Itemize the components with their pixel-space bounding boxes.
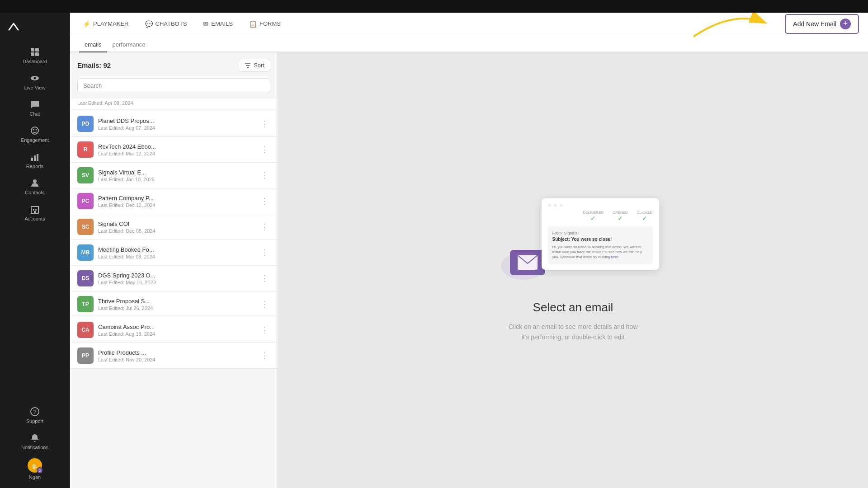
email-date: Last Edited: Aug 07, 2024 [98, 125, 254, 131]
grid-icon [30, 47, 40, 57]
content-area: ⚡ PLAYMAKER 💬 CHATBOTS ✉ EMAILS 📋 FORMS [70, 13, 868, 488]
search-input[interactable] [77, 78, 270, 93]
person-icon [30, 178, 40, 188]
email-list-panel: Emails: 92 Sort Last Edited [70, 52, 278, 488]
svg-rect-3 [35, 52, 39, 56]
email-preview: From: Signals Subject: You were so close… [548, 226, 653, 264]
building-icon [30, 204, 40, 214]
sidebar-item-label: Engagement [21, 137, 49, 143]
email-info: Profile Products ... Last Edited: Nov 20… [98, 349, 254, 362]
email-more-button[interactable]: ⋮ [259, 350, 270, 361]
email-date: Last Edited: Nov 20, 2024 [98, 357, 254, 362]
email-more-button[interactable]: ⋮ [259, 324, 270, 336]
email-date: Last Edited: May 16, 2023 [98, 280, 254, 285]
nav-playmaker[interactable]: ⚡ PLAYMAKER [79, 19, 132, 29]
user-name: Ngan [29, 474, 41, 480]
stat-panel: DELIVERED ✓ OPENED ✓ CLICKED ✓ [542, 198, 659, 270]
sidebar-item-chat[interactable]: Chat [0, 95, 70, 121]
svg-point-5 [34, 77, 36, 80]
email-item[interactable]: DS DGS Spring 2023 O... Last Edited: May… [70, 266, 278, 291]
nav-forms[interactable]: 📋 FORMS [245, 19, 284, 29]
email-name: Signals Virtual E... [98, 169, 254, 176]
sidebar-item-accounts[interactable]: Accounts [0, 200, 70, 226]
email-name: Pattern Company P... [98, 195, 254, 202]
email-avatar: MB [77, 244, 94, 261]
email-more-button[interactable]: ⋮ [259, 298, 270, 310]
sort-button[interactable]: Sort [239, 59, 270, 72]
tab-emails[interactable]: emails [79, 38, 107, 52]
email-avatar: PD [77, 116, 94, 132]
logo [0, 17, 70, 42]
email-name: Thrive Proposal S... [98, 298, 254, 305]
sort-label: Sort [254, 62, 264, 69]
email-more-button[interactable]: ⋮ [259, 169, 270, 181]
svg-rect-14 [33, 209, 34, 211]
email-item-partial[interactable]: Last Edited: Apr 09, 2024 [70, 99, 278, 111]
email-item[interactable]: SC Signals COI Last Edited: Dec 05, 2024… [70, 214, 278, 240]
arrow-annotation [680, 13, 779, 41]
bell-icon [30, 433, 40, 443]
eye-icon [30, 73, 40, 83]
email-avatar: PC [77, 193, 94, 209]
email-date: Last Edited: Mar 12, 2024 [98, 151, 254, 156]
sidebar-item-reports[interactable]: Reports [0, 147, 70, 174]
sidebar-item-dashboard[interactable]: Dashboard [0, 42, 70, 69]
sort-icon [245, 62, 251, 69]
sidebar-item-contacts[interactable]: Contacts [0, 174, 70, 200]
add-new-email-button[interactable]: Add New Email + [785, 14, 859, 34]
email-subject: Subject: You were so close! [552, 237, 648, 242]
sidebar-item-support[interactable]: ? Support [0, 402, 70, 428]
svg-rect-1 [35, 48, 39, 52]
svg-point-6 [31, 127, 38, 134]
email-items-list: PD Planet DDS Propos... Last Edited: Aug… [70, 111, 278, 488]
email-more-button[interactable]: ⋮ [259, 221, 270, 233]
email-item[interactable]: TP Thrive Proposal S... Last Edited: Jul… [70, 291, 278, 317]
email-avatar: R [77, 141, 94, 158]
add-new-label: Add New Email [793, 20, 836, 28]
email-list-header: Emails: 92 Sort [70, 52, 278, 78]
sidebar-item-label: Accounts [24, 216, 45, 221]
stat-opened: OPENED ✓ [613, 211, 628, 222]
sidebar-item-label: Reports [26, 164, 44, 169]
email-item[interactable]: PP Profile Products ... Last Edited: Nov… [70, 343, 278, 369]
email-more-button[interactable]: ⋮ [259, 195, 270, 207]
email-item[interactable]: PC Pattern Company P... Last Edited: Dec… [70, 188, 278, 214]
email-more-button[interactable]: ⋮ [259, 144, 270, 155]
nav-label: PLAYMAKER [93, 20, 129, 27]
right-panel: DELIVERED ✓ OPENED ✓ CLICKED ✓ [278, 52, 868, 488]
email-items-container: PD Planet DDS Propos... Last Edited: Aug… [70, 111, 278, 369]
sidebar-item-label: Dashboard [23, 59, 47, 64]
emails-icon: ✉ [203, 20, 208, 28]
sidebar: Dashboard Live View Chat [0, 13, 70, 488]
svg-rect-16 [34, 211, 36, 213]
stats-row: DELIVERED ✓ OPENED ✓ CLICKED ✓ [548, 211, 653, 222]
bar-chart-icon [30, 152, 40, 162]
email-info: Signals COI Last Edited: Dec 05, 2024 [98, 221, 254, 234]
plus-icon: + [840, 19, 851, 29]
avatar-container: g. 2 [28, 458, 42, 473]
stat-clicked: CLICKED ✓ [637, 211, 653, 222]
email-more-button[interactable]: ⋮ [259, 272, 270, 284]
sidebar-item-engagement[interactable]: Engagement [0, 121, 70, 147]
nav-label: EMAILS [211, 20, 233, 27]
email-item[interactable]: R RevTech 2024 Eboo... Last Edited: Mar … [70, 137, 278, 163]
email-item[interactable]: SV Signals Virtual E... Last Edited: Jan… [70, 163, 278, 188]
playmaker-icon: ⚡ [83, 20, 90, 28]
email-date: Last Edited: Jan 10, 2025 [98, 177, 254, 182]
email-info: Camoina Assoc Pro... Last Edited: Aug 13… [98, 324, 254, 337]
sidebar-item-label: Notifications [21, 445, 48, 450]
email-item[interactable]: PD Planet DDS Propos... Last Edited: Aug… [70, 111, 278, 137]
email-avatar: SV [77, 167, 94, 183]
two-col-layout: Emails: 92 Sort Last Edited [70, 52, 868, 488]
sidebar-item-notifications[interactable]: Notifications [0, 428, 70, 455]
tab-performance[interactable]: performance [107, 38, 151, 52]
sidebar-item-live-view[interactable]: Live View [0, 69, 70, 95]
nav-chatbots[interactable]: 💬 CHATBOTS [142, 19, 191, 29]
email-more-button[interactable]: ⋮ [259, 118, 270, 130]
email-more-button[interactable]: ⋮ [259, 247, 270, 258]
nav-emails[interactable]: ✉ EMAILS [199, 19, 236, 29]
email-item[interactable]: MB Meeting Booked Fo... Last Edited: Mar… [70, 240, 278, 266]
email-item[interactable]: CA Camoina Assoc Pro... Last Edited: Aug… [70, 317, 278, 343]
svg-point-7 [33, 129, 34, 131]
user-profile[interactable]: g. 2 Ngan [0, 455, 70, 483]
